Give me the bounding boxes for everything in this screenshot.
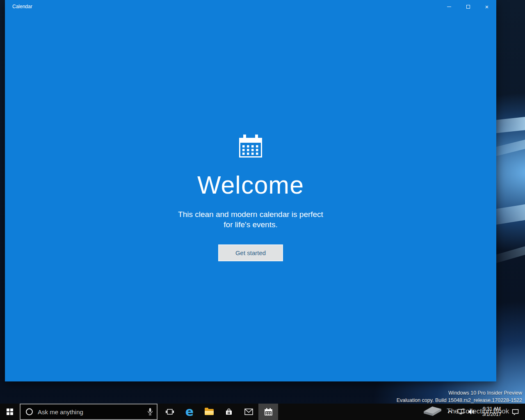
subtitle-line-1: This clean and modern calendar is perfec… [5, 209, 496, 219]
taskbar-file-explorer-button[interactable] [199, 404, 219, 420]
taskbar-clock[interactable]: 9:31 AM 3/1/2017 [477, 406, 507, 417]
close-icon: × [485, 3, 489, 10]
network-icon [457, 409, 464, 415]
minimize-icon [447, 7, 451, 7]
minimize-button[interactable] [440, 0, 459, 13]
speaker-icon [468, 409, 475, 415]
tray-network-button[interactable] [455, 404, 466, 420]
microphone-icon[interactable] [147, 408, 153, 416]
mail-icon [244, 409, 253, 415]
store-icon [225, 408, 233, 415]
search-input[interactable] [21, 404, 157, 419]
eval-line-2: Evaluation copy. Build 15048.rs2_release… [397, 397, 522, 404]
taskbar: e [0, 404, 525, 420]
welcome-title: Welcome [5, 171, 496, 199]
taskbar-edge-button[interactable]: e [180, 404, 199, 420]
windows-logo-icon [7, 409, 13, 415]
window-title: Calendar [12, 0, 32, 13]
task-view-button[interactable] [160, 404, 180, 420]
evaluation-watermark: Windows 10 Pro Insider Preview Evaluatio… [397, 389, 522, 404]
chevron-up-icon [447, 410, 452, 413]
cortana-icon [26, 409, 33, 415]
get-started-button[interactable]: Get started [218, 244, 283, 261]
close-button[interactable]: × [477, 0, 496, 13]
caption-buttons: × [440, 0, 496, 13]
taskbar-search[interactable] [20, 404, 158, 420]
start-button[interactable] [0, 404, 20, 420]
edge-icon: e [185, 406, 194, 418]
tray-volume-button[interactable] [466, 404, 477, 420]
task-view-icon [166, 409, 174, 415]
calendar-icon [265, 408, 272, 415]
subtitle-line-2: for life's events. [5, 219, 496, 230]
screen: Windows 10 Pro Insider Preview Evaluatio… [0, 0, 525, 420]
system-tray: 9:31 AM 3/1/2017 [445, 404, 525, 420]
eval-line-1: Windows 10 Pro Insider Preview [397, 389, 522, 397]
calendar-hero-icon [238, 135, 263, 160]
clock-date: 3/1/2017 [477, 412, 507, 417]
titlebar[interactable]: Calendar × [5, 0, 496, 13]
action-center-button[interactable] [507, 404, 523, 420]
tray-chevron-button[interactable] [445, 404, 455, 420]
action-center-icon [512, 409, 519, 415]
taskbar-mail-button[interactable] [239, 404, 258, 420]
welcome-subtitle: This clean and modern calendar is perfec… [5, 209, 496, 230]
file-explorer-icon [205, 409, 214, 415]
calendar-window: Calendar × Welcome This cle [5, 0, 496, 381]
maximize-icon [466, 5, 470, 9]
taskbar-calendar-button[interactable] [258, 404, 278, 420]
taskbar-store-button[interactable] [219, 404, 239, 420]
maximize-button[interactable] [459, 0, 477, 13]
